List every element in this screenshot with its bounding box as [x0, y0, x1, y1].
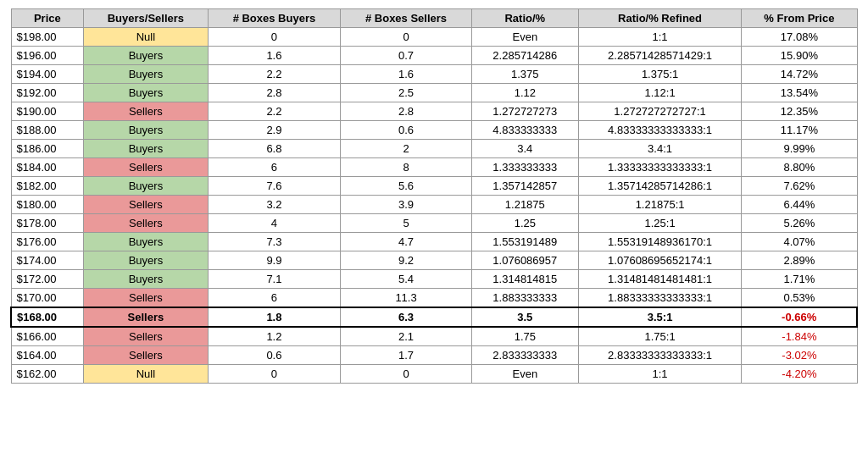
from-price-cell: 0.53%: [742, 289, 857, 308]
price-cell: $170.00: [11, 289, 84, 308]
ratio-cell: 3.5: [471, 307, 578, 327]
ratio-refined-cell: 1.88333333333333:1: [578, 289, 742, 308]
ratio-cell: 4.833333333: [471, 121, 578, 140]
col-header-3: # Boxes Sellers: [341, 9, 472, 28]
boxes-buyers-cell: 7.1: [208, 270, 341, 289]
ratio-refined-cell: 2.83333333333333:1: [578, 346, 742, 365]
ratio-cell: Even: [471, 365, 578, 384]
col-header-2: # Boxes Buyers: [208, 9, 341, 28]
buyers-sellers-cell: Sellers: [84, 158, 208, 177]
from-price-cell: 12.35%: [742, 102, 857, 121]
table-row: $194.00Buyers2.21.61.3751.375:114.72%: [11, 65, 857, 84]
ratio-cell: 1.375: [471, 65, 578, 84]
ratio-cell: 1.883333333: [471, 289, 578, 308]
from-price-cell: 4.07%: [742, 233, 857, 251]
boxes-buyers-cell: 2.2: [208, 65, 341, 84]
ratio-cell: 2.833333333: [471, 346, 578, 365]
ratio-refined-cell: 1.21875:1: [578, 196, 742, 214]
table-row: $188.00Buyers2.90.64.8333333334.83333333…: [11, 121, 857, 140]
table-row: $170.00Sellers611.31.8833333331.88333333…: [11, 289, 857, 308]
ratio-cell: 1.333333333: [471, 158, 578, 177]
price-cell: $174.00: [11, 251, 84, 270]
ratio-refined-cell: 1.75:1: [578, 327, 742, 346]
table-row: $192.00Buyers2.82.51.121.12:113.54%: [11, 84, 857, 102]
price-cell: $182.00: [11, 177, 84, 196]
boxes-sellers-cell: 2.1: [341, 327, 472, 346]
buyers-sellers-cell: Sellers: [84, 102, 208, 121]
boxes-buyers-cell: 9.9: [208, 251, 341, 270]
boxes-buyers-cell: 4: [208, 214, 341, 233]
ratio-refined-cell: 2.28571428571429:1: [578, 47, 742, 65]
buyers-sellers-cell: Buyers: [84, 65, 208, 84]
price-cell: $192.00: [11, 84, 84, 102]
price-table: PriceBuyers/Sellers# Boxes Buyers# Boxes…: [10, 8, 858, 384]
boxes-buyers-cell: 6.8: [208, 140, 341, 158]
from-price-cell: 17.08%: [742, 28, 857, 47]
buyers-sellers-cell: Buyers: [84, 121, 208, 140]
price-cell: $168.00: [11, 307, 84, 327]
boxes-buyers-cell: 1.8: [208, 307, 341, 327]
price-cell: $196.00: [11, 47, 84, 65]
boxes-buyers-cell: 3.2: [208, 196, 341, 214]
price-cell: $178.00: [11, 214, 84, 233]
ratio-refined-cell: 1.31481481481481:1: [578, 270, 742, 289]
buyers-sellers-cell: Sellers: [84, 346, 208, 365]
from-price-cell: 13.54%: [742, 84, 857, 102]
boxes-buyers-cell: 1.6: [208, 47, 341, 65]
col-header-0: Price: [11, 9, 84, 28]
boxes-sellers-cell: 0: [341, 365, 472, 384]
price-cell: $176.00: [11, 233, 84, 251]
from-price-cell: 1.71%: [742, 270, 857, 289]
boxes-sellers-cell: 6.3: [341, 307, 472, 327]
buyers-sellers-cell: Sellers: [84, 289, 208, 308]
from-price-cell: 9.99%: [742, 140, 857, 158]
table-row: $166.00Sellers1.22.11.751.75:1-1.84%: [11, 327, 857, 346]
boxes-buyers-cell: 2.8: [208, 84, 341, 102]
boxes-sellers-cell: 0.6: [341, 121, 472, 140]
col-header-4: Ratio/%: [471, 9, 578, 28]
from-price-cell: 7.62%: [742, 177, 857, 196]
table-row: $168.00Sellers1.86.33.53.5:1-0.66%: [11, 307, 857, 327]
ratio-cell: 1.25: [471, 214, 578, 233]
boxes-buyers-cell: 0.6: [208, 346, 341, 365]
col-header-5: Ratio/% Refined: [578, 9, 742, 28]
price-cell: $162.00: [11, 365, 84, 384]
boxes-sellers-cell: 8: [341, 158, 472, 177]
ratio-refined-cell: 1.35714285714286:1: [578, 177, 742, 196]
ratio-refined-cell: 1.55319148936170:1: [578, 233, 742, 251]
price-cell: $166.00: [11, 327, 84, 346]
ratio-cell: Even: [471, 28, 578, 47]
buyers-sellers-cell: Buyers: [84, 233, 208, 251]
ratio-cell: 1.076086957: [471, 251, 578, 270]
boxes-sellers-cell: 2.5: [341, 84, 472, 102]
table-row: $178.00Sellers451.251.25:15.26%: [11, 214, 857, 233]
table-row: $162.00Null00Even1:1-4.20%: [11, 365, 857, 384]
boxes-buyers-cell: 6: [208, 289, 341, 308]
price-cell: $190.00: [11, 102, 84, 121]
boxes-buyers-cell: 2.2: [208, 102, 341, 121]
price-cell: $172.00: [11, 270, 84, 289]
ratio-cell: 1.12: [471, 84, 578, 102]
price-cell: $194.00: [11, 65, 84, 84]
price-cell: $184.00: [11, 158, 84, 177]
buyers-sellers-cell: Sellers: [84, 307, 208, 327]
ratio-refined-cell: 3.5:1: [578, 307, 742, 327]
buyers-sellers-cell: Null: [84, 365, 208, 384]
col-header-6: % From Price: [742, 9, 857, 28]
ratio-cell: 1.553191489: [471, 233, 578, 251]
price-cell: $164.00: [11, 346, 84, 365]
ratio-cell: 1.21875: [471, 196, 578, 214]
col-header-1: Buyers/Sellers: [84, 9, 208, 28]
ratio-cell: 1.272727273: [471, 102, 578, 121]
from-price-cell: -0.66%: [742, 307, 857, 327]
boxes-sellers-cell: 3.9: [341, 196, 472, 214]
ratio-refined-cell: 1.272727272727:1: [578, 102, 742, 121]
boxes-buyers-cell: 6: [208, 158, 341, 177]
from-price-cell: 15.90%: [742, 47, 857, 65]
from-price-cell: 5.26%: [742, 214, 857, 233]
buyers-sellers-cell: Sellers: [84, 214, 208, 233]
ratio-cell: 1.314814815: [471, 270, 578, 289]
ratio-refined-cell: 4.83333333333333:1: [578, 121, 742, 140]
buyers-sellers-cell: Sellers: [84, 196, 208, 214]
ratio-refined-cell: 1:1: [578, 28, 742, 47]
